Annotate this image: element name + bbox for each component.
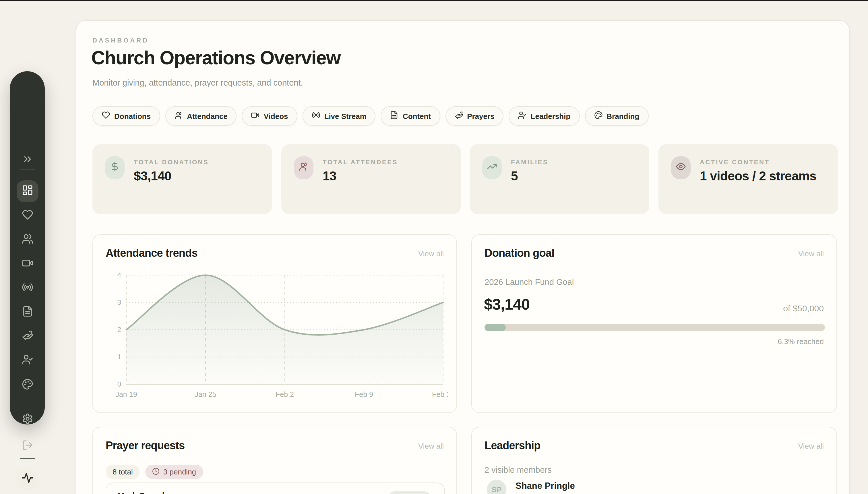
prayer-status-pill [388, 491, 432, 494]
users-icon [21, 233, 33, 247]
log-out-icon [21, 439, 33, 453]
user-check-icon [21, 354, 33, 368]
filter-label: Attendance [187, 112, 228, 120]
stat-value: $3,140 [134, 168, 263, 184]
stat-icon-badge [294, 156, 313, 179]
prayer-request-name: Mark Sample [118, 491, 169, 494]
sidebar-expand-button[interactable] [16, 154, 38, 166]
svg-text:4: 4 [117, 271, 121, 279]
filter-donations[interactable]: Donations [93, 106, 160, 126]
chevrons-right-icon [21, 153, 33, 167]
hand-heart-icon [454, 111, 463, 121]
progress-label: 6.3% reached [778, 337, 824, 346]
layout-dashboard-icon [21, 184, 33, 198]
sidebar-item-settings[interactable] [16, 414, 38, 426]
svg-text:Jan 25: Jan 25 [195, 390, 216, 398]
dollar-icon [110, 162, 120, 174]
stat-value: 5 [511, 168, 640, 184]
sidebar-item-leadership[interactable] [16, 355, 38, 366]
donation-goal-card: Donation goal View all 2026 Launch Fund … [471, 234, 837, 413]
trending-up-icon [487, 162, 497, 174]
svg-text:Feb 13: Feb 13 [432, 390, 448, 398]
svg-text:2: 2 [117, 326, 121, 334]
stat-card-active-content: ACTIVE CONTENT 1 videos / 2 streams [658, 144, 838, 214]
palette-icon [594, 111, 603, 121]
members-count-label: 2 visible members [485, 465, 552, 474]
stat-value: 1 videos / 2 streams [700, 168, 829, 184]
prayer-request-item[interactable]: Mark Sample [106, 482, 445, 494]
clock-icon [153, 467, 160, 476]
filter-live-stream[interactable]: Live Stream [302, 106, 376, 126]
filter-prayers[interactable]: Prayers [445, 106, 504, 126]
prayer-badges: 8 total 3 pending [106, 465, 203, 479]
view-all-link[interactable]: View all [418, 442, 444, 450]
palette-icon [21, 379, 33, 392]
sidebar-item-live-stream[interactable] [16, 283, 38, 294]
gear-icon [21, 413, 33, 427]
filter-content[interactable]: Content [381, 106, 440, 126]
sidebar-item-dashboard[interactable] [16, 180, 38, 202]
users-icon [298, 162, 309, 174]
filter-videos[interactable]: Videos [242, 106, 297, 126]
sidebar-item-logout[interactable] [16, 441, 38, 452]
sidebar-item-donations[interactable] [16, 210, 38, 222]
total-badge: 8 total [106, 465, 140, 479]
pending-badge: 3 pending [145, 465, 203, 479]
video-camera-icon [251, 111, 260, 121]
member-name: Shane Pringle [515, 480, 575, 491]
stat-label: ACTIVE CONTENT [700, 158, 770, 166]
sidebar-divider [20, 458, 35, 459]
page-title: Church Operations Overview [91, 47, 340, 69]
stat-label: FAMILIES [511, 158, 548, 166]
prayer-requests-card: Prayer requests View all 8 total 3 pendi… [93, 427, 457, 494]
heart-icon [102, 111, 110, 121]
stat-label: TOTAL ATTENDEES [323, 158, 398, 166]
filter-label: Live Stream [324, 112, 367, 120]
total-badge-label: 8 total [113, 468, 133, 476]
sidebar-item-content[interactable] [16, 307, 38, 318]
sidebar [10, 71, 45, 424]
view-all-link[interactable]: View all [798, 442, 824, 450]
goal-name: 2026 Launch Fund Goal [485, 278, 574, 287]
filter-label: Videos [264, 112, 288, 120]
svg-text:0: 0 [117, 380, 121, 388]
filter-label: Donations [114, 112, 151, 120]
sidebar-item-videos[interactable] [16, 259, 38, 270]
window-top-edge [0, 0, 868, 1]
video-camera-icon [21, 257, 33, 271]
stat-card-families: FAMILIES 5 [470, 144, 649, 214]
svg-text:1: 1 [117, 353, 121, 361]
stat-icon-badge [671, 156, 691, 179]
sidebar-item-branding[interactable] [16, 380, 38, 391]
filter-branding[interactable]: Branding [585, 106, 648, 126]
donation-progress-bar [485, 324, 825, 331]
view-all-link[interactable]: View all [798, 249, 824, 258]
page-kicker: DASHBOARD [93, 37, 149, 44]
app-logo[interactable] [16, 468, 39, 491]
card-title: Attendance trends [106, 247, 197, 260]
radio-icon [21, 282, 33, 295]
hand-heart-icon [21, 330, 33, 343]
screen: DASHBOARD Church Operations Overview Mon… [0, 0, 868, 494]
sidebar-item-attendance[interactable] [16, 234, 38, 246]
users-icon [174, 111, 183, 121]
file-text-icon [21, 306, 33, 319]
sidebar-item-prayers[interactable] [16, 331, 38, 342]
filter-leadership[interactable]: Leadership [509, 106, 580, 126]
eye-icon [676, 162, 686, 174]
file-text-icon [390, 111, 399, 121]
stat-label: TOTAL DONATIONS [134, 158, 209, 166]
filter-label: Prayers [467, 112, 494, 120]
user-check-icon [518, 111, 527, 121]
view-all-link[interactable]: View all [418, 249, 444, 258]
sidebar-divider [20, 169, 35, 170]
member-row[interactable]: SP Shane Pringle Lead Pastor [487, 480, 575, 494]
filter-attendance[interactable]: Attendance [165, 106, 237, 126]
activity-pulse-icon [20, 471, 34, 487]
stat-icon-badge [482, 156, 502, 179]
attendance-trends-card: Attendance trends View all 01234Jan 19Ja… [93, 234, 457, 413]
goal-amount: $3,140 [484, 296, 530, 314]
svg-text:Jan 19: Jan 19 [115, 390, 137, 398]
goal-target: of $50,000 [783, 303, 824, 313]
radio-icon [312, 111, 320, 121]
